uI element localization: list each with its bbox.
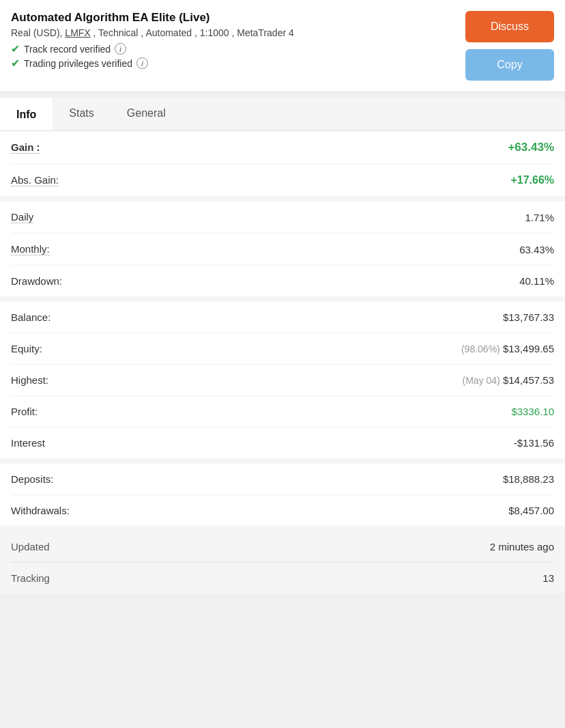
bottom-section: Updated 2 minutes ago Tracking 13 — [0, 531, 565, 593]
abs-gain-value: +17.66% — [510, 174, 554, 186]
performance-group: Daily 1.71% Monthly: 63.43% Drawdown: 40… — [0, 201, 565, 296]
withdrawals-value: $8,457.00 — [508, 505, 554, 516]
divider-2 — [0, 296, 565, 302]
tracking-value: 13 — [542, 572, 554, 584]
discuss-button[interactable]: Discuss — [465, 11, 554, 42]
tracking-label: Tracking — [11, 572, 50, 584]
balance-label: Balance: — [11, 311, 50, 323]
gain-label: Gain : — [11, 141, 40, 154]
interest-value: -$131.56 — [514, 437, 554, 449]
divider-3 — [0, 458, 565, 464]
profit-value: $3336.10 — [511, 406, 554, 417]
trading-privileges-label: Trading privileges verified — [24, 58, 132, 69]
copy-button[interactable]: Copy — [465, 49, 554, 81]
track-record-checkmark: ✔ — [11, 42, 20, 55]
interest-row: Interest -$131.56 — [11, 428, 554, 458]
balance-value: $13,767.33 — [503, 311, 554, 323]
drawdown-row: Drawdown: 40.11% — [11, 266, 554, 296]
equity-value: (98.06%) $13,499.65 — [461, 343, 554, 354]
header-section: Automated Algorithm EA Elite (Live) Real… — [0, 0, 565, 92]
abs-gain-row: Abs. Gain: +17.66% — [11, 165, 554, 196]
deposits-row: Deposits: $18,888.23 — [11, 464, 554, 495]
divider-1 — [0, 196, 565, 201]
tab-stats[interactable]: Stats — [53, 98, 110, 130]
header-subtitle: Real (USD), LMFX , Technical , Automated… — [11, 27, 454, 38]
updated-value: 2 minutes ago — [490, 541, 554, 552]
trading-privileges-row: ✔ Trading privileges verified i — [11, 57, 454, 70]
divider-4 — [0, 526, 565, 531]
highest-label: Highest: — [11, 374, 48, 386]
monthly-row: Monthly: 63.43% — [11, 234, 554, 266]
equity-label: Equity: — [11, 343, 42, 354]
interest-label: Interest — [11, 437, 45, 449]
track-record-label: Track record verified — [24, 44, 111, 55]
updated-label: Updated — [11, 541, 50, 552]
daily-row: Daily 1.71% — [11, 201, 554, 234]
profit-label: Profit: — [11, 406, 38, 417]
track-record-row: ✔ Track record verified i — [11, 42, 454, 55]
header-title: Automated Algorithm EA Elite (Live) — [11, 11, 454, 25]
tracking-row: Tracking 13 — [11, 563, 554, 593]
monthly-label: Monthly: — [11, 243, 50, 255]
deposits-value: $18,888.23 — [503, 473, 554, 485]
deposits-group: Deposits: $18,888.23 Withdrawals: $8,457… — [0, 464, 565, 526]
equity-prefix: (98.06%) — [461, 344, 500, 354]
tab-general[interactable]: General — [111, 98, 182, 130]
trading-privileges-checkmark: ✔ — [11, 57, 20, 70]
gain-row: Gain : +63.43% — [11, 131, 554, 165]
track-record-info-icon[interactable]: i — [115, 43, 126, 55]
daily-value: 1.71% — [525, 212, 554, 223]
equity-amount: $13,499.65 — [503, 343, 554, 354]
highest-prefix: (May 04) — [463, 375, 500, 386]
trading-privileges-info-icon[interactable]: i — [136, 57, 148, 69]
equity-row: Equity: (98.06%) $13,499.65 — [11, 333, 554, 365]
withdrawals-row: Withdrawals: $8,457.00 — [11, 495, 554, 526]
tab-info[interactable]: Info — [0, 98, 53, 130]
withdrawals-label: Withdrawals: — [11, 505, 70, 516]
highest-amount: $14,457.53 — [503, 374, 554, 386]
drawdown-value: 40.11% — [519, 275, 554, 287]
lmfx-link[interactable]: LMFX — [65, 27, 90, 38]
daily-label: Daily — [11, 211, 33, 223]
deposits-label: Deposits: — [11, 473, 54, 485]
monthly-value: 63.43% — [519, 244, 554, 255]
profit-row: Profit: $3336.10 — [11, 396, 554, 428]
gain-value: +63.43% — [508, 141, 554, 154]
abs-gain-label: Abs. Gain: — [11, 174, 59, 186]
balance-row: Balance: $13,767.33 — [11, 302, 554, 333]
updated-row: Updated 2 minutes ago — [11, 531, 554, 563]
header-buttons: Discuss Copy — [465, 11, 554, 81]
tabs-section: Info Stats General — [0, 98, 565, 131]
financial-group: Balance: $13,767.33 Equity: (98.06%) $13… — [0, 302, 565, 458]
highest-row: Highest: (May 04) $14,457.53 — [11, 365, 554, 396]
drawdown-label: Drawdown: — [11, 275, 62, 287]
header-left: Automated Algorithm EA Elite (Live) Real… — [11, 11, 465, 71]
highest-value: (May 04) $14,457.53 — [463, 374, 554, 386]
gain-section: Gain : +63.43% Abs. Gain: +17.66% — [0, 131, 565, 196]
